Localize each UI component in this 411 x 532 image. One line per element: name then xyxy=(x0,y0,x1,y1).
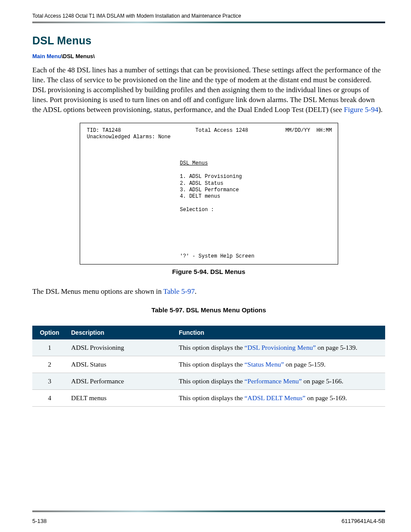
breadcrumb: Main Menu\DSL Menus\ xyxy=(32,53,385,59)
cell-text: This option displays the xyxy=(179,344,244,351)
paragraph-text: The DSL Menus menu options are shown in xyxy=(32,287,163,296)
terminal-tid-value: TA1248 xyxy=(103,128,121,134)
terminal-help-hint: '?' - System Help Screen xyxy=(180,253,255,259)
adsl-delt-menus-link[interactable]: “ADSL DELT Menus” xyxy=(244,394,305,401)
terminal-menu-item: 1. ADSL Provisioning xyxy=(180,174,242,180)
breadcrumb-sep: \ xyxy=(93,53,95,59)
terminal-tid-label: TID: xyxy=(87,128,100,134)
cell-text: This option displays the xyxy=(179,377,244,385)
cell-option: 4 xyxy=(32,389,67,406)
table-row: 2 ADSL Status This option displays the “… xyxy=(32,356,385,373)
table-header-row: Option Description Function xyxy=(32,326,385,339)
terminal-menu-title: DSL Menus xyxy=(180,160,208,166)
breadcrumb-current: DSL Menus xyxy=(63,53,93,59)
table-intro-paragraph: The DSL Menus menu options are shown in … xyxy=(32,287,385,296)
terminal-selection-prompt: Selection : xyxy=(180,207,214,213)
cell-function: This option displays the “Performance Me… xyxy=(174,373,385,389)
cell-function: This option displays the “ADSL DELT Menu… xyxy=(174,389,385,406)
table-row: 3 ADSL Performance This option displays … xyxy=(32,373,385,389)
terminal-menu-item: 3. ADSL Performance xyxy=(180,187,239,193)
intro-paragraph: Each of the 48 DSL lines has a number of… xyxy=(32,65,385,115)
terminal-menu-item: 4. DELT menus xyxy=(180,193,221,199)
cell-option: 1 xyxy=(32,339,67,356)
paragraph-text: Each of the 48 DSL lines has a number of… xyxy=(32,66,381,114)
cell-description: ADSL Status xyxy=(67,356,174,373)
terminal-alarms: Unacknowledged Alarms: None xyxy=(87,134,171,140)
terminal-screen: TID: TA1248 Total Access 1248 MM/DD/YY H… xyxy=(80,123,338,264)
performance-menu-link[interactable]: “Performance Menu” xyxy=(244,377,302,385)
paragraph-text: . xyxy=(195,287,196,296)
cell-option: 3 xyxy=(32,373,67,389)
cell-function: This option displays the “Status Menu” o… xyxy=(174,356,385,373)
options-table: Option Description Function 1 ADSL Provi… xyxy=(32,326,385,407)
table-header-option: Option xyxy=(32,326,67,339)
figure-ref-link[interactable]: Figure 5-94 xyxy=(344,106,378,114)
header-rule xyxy=(32,22,385,23)
breadcrumb-link-main-menu[interactable]: Main Menu xyxy=(32,53,61,59)
cell-description: ADSL Performance xyxy=(67,373,174,389)
cell-text: on page 5-169. xyxy=(305,394,347,401)
running-header: Total Access 1248 Octal T1 IMA DSLAM wit… xyxy=(32,13,385,19)
status-menu-link[interactable]: “Status Menu” xyxy=(244,361,284,368)
cell-text: on page 5-139. xyxy=(316,344,357,351)
cell-description: ADSL Provisioning xyxy=(67,339,174,356)
page-footer: 5-138 61179641AL4-5B xyxy=(32,518,385,524)
table-header-function: Function xyxy=(174,326,385,339)
document-number: 61179641AL4-5B xyxy=(342,518,385,524)
terminal-product: Total Access 1248 xyxy=(196,128,248,134)
table-row: 4 DELT menus This option displays the “A… xyxy=(32,389,385,406)
table-row: 1 ADSL Provisioning This option displays… xyxy=(32,339,385,356)
cell-function: This option displays the “DSL Provisioni… xyxy=(174,339,385,356)
page-number: 5-138 xyxy=(32,518,47,524)
cell-text: This option displays the xyxy=(179,394,244,401)
paragraph-text: ). xyxy=(378,106,383,114)
footer-rule xyxy=(32,510,385,512)
cell-text: on page 5-166. xyxy=(302,377,343,385)
cell-description: DELT menus xyxy=(67,389,174,406)
table-header-description: Description xyxy=(67,326,174,339)
terminal-datetime: MM/DD/YY HH:MM xyxy=(285,128,332,134)
cell-text: This option displays the xyxy=(179,361,244,368)
terminal-menu-item: 2. ADSL Status xyxy=(180,180,224,187)
section-title: DSL Menus xyxy=(32,34,385,47)
dsl-provisioning-menu-link[interactable]: “DSL Provisioning Menu” xyxy=(244,344,316,351)
cell-option: 2 xyxy=(32,356,67,373)
figure-caption: Figure 5-94. DSL Menus xyxy=(32,268,385,275)
table-caption: Table 5-97. DSL Menus Menu Options xyxy=(32,306,385,314)
table-ref-link[interactable]: Table 5-97 xyxy=(163,287,195,296)
cell-text: on page 5-159. xyxy=(284,361,325,368)
